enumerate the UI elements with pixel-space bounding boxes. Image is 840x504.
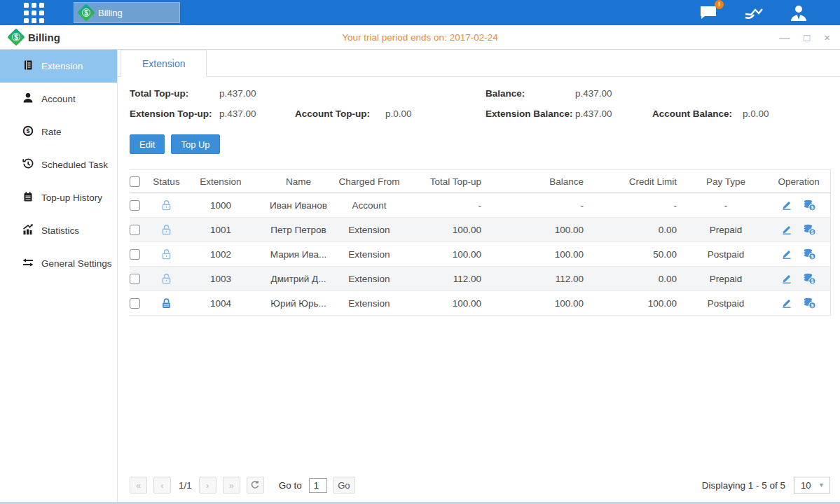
cell-extension: 1003 — [182, 267, 259, 291]
sidebar-item-top-up-history[interactable]: Top-up History — [0, 181, 117, 214]
cell-status — [151, 218, 182, 242]
edit-row-icon[interactable] — [781, 200, 792, 211]
row-checkbox[interactable] — [130, 274, 140, 284]
cell-credit-limit: - — [591, 193, 684, 218]
stats-icon — [22, 224, 34, 237]
table-row: 1001Петр ПетровExtension100.00100.000.00… — [130, 218, 830, 242]
col-credit-limit: Credit Limit — [591, 170, 684, 193]
statistics-chart-icon[interactable] — [743, 4, 764, 21]
top-up-button[interactable]: Top Up — [171, 134, 219, 154]
table-toolbar: Edit Top Up — [130, 134, 830, 154]
cell-operation: $ — [768, 242, 830, 267]
next-page-button[interactable]: › — [199, 477, 216, 493]
account-balance-value: p.0.00 — [743, 108, 830, 119]
status-unlocked-icon — [160, 273, 172, 285]
sidebar-item-extension[interactable]: Extension — [0, 50, 117, 83]
cell-extension: 1004 — [182, 291, 259, 316]
col-operation: Operation — [768, 170, 830, 193]
cell-status — [151, 193, 182, 218]
maximize-button[interactable]: □ — [804, 32, 810, 43]
goto-page-input[interactable] — [309, 478, 327, 493]
cell-total-topup: 100.00 — [401, 218, 488, 242]
account-topup-label: Account Top-up: — [295, 108, 385, 119]
page-size-select[interactable]: 10 ▼ — [794, 477, 830, 493]
cell-operation: $ — [768, 267, 830, 291]
edit-row-icon[interactable] — [781, 248, 792, 260]
window-titlebar: $ Billing Your trial period ends on: 201… — [0, 25, 840, 50]
content-panel: Extension Total Top-up: p.437.00 Balance… — [118, 50, 840, 502]
table-row: 1002Мария Ива...Extension100.00100.0050.… — [130, 242, 830, 267]
row-checkbox[interactable] — [130, 225, 140, 235]
cell-credit-limit: 0.00 — [591, 218, 684, 242]
sidebar-item-account[interactable]: Account — [0, 83, 117, 115]
sidebar-item-scheduled-task[interactable]: Scheduled Task — [0, 148, 117, 181]
pagination-bar: « ‹ 1/1 › » Go to Go Displaying 1 - 5 of… — [130, 470, 830, 502]
cell-total-topup: 100.00 — [401, 242, 488, 267]
select-all-checkbox[interactable] — [130, 176, 140, 187]
top-up-row-icon[interactable]: $ — [803, 200, 816, 211]
balance-label: Balance: — [486, 88, 575, 99]
cell-pay-type: - — [684, 193, 768, 218]
ledger-icon — [22, 59, 34, 73]
col-name: Name — [259, 170, 338, 193]
main-area: ExtensionAccount$RateScheduled TaskTop-u… — [0, 50, 840, 502]
page-size-value: 10 — [801, 480, 811, 491]
go-button[interactable]: Go — [333, 477, 355, 493]
tab-extension[interactable]: Extension — [121, 50, 207, 77]
taskbar-item-label: Billing — [98, 8, 123, 18]
cell-credit-limit: 0.00 — [591, 267, 684, 291]
edit-row-icon[interactable] — [781, 298, 792, 309]
history-icon — [22, 158, 34, 172]
edit-button[interactable]: Edit — [130, 134, 165, 154]
cell-credit-limit: 50.00 — [591, 242, 684, 267]
user-account-icon[interactable] — [790, 4, 808, 21]
top-up-row-icon[interactable]: $ — [803, 224, 816, 236]
status-unlocked-icon — [160, 248, 172, 260]
window-controls: — □ × — [779, 32, 830, 43]
window-app-icon: $ — [7, 28, 25, 46]
sidebar-item-label: Scheduled Task — [41, 160, 108, 170]
top-up-row-icon[interactable]: $ — [803, 298, 816, 309]
cell-pay-type: Prepaid — [684, 218, 768, 242]
svg-text:$: $ — [811, 302, 814, 308]
sidebar-item-rate[interactable]: $Rate — [0, 115, 117, 148]
sidebar-item-label: Statistics — [41, 225, 79, 236]
page-indicator: 1/1 — [179, 480, 192, 491]
refresh-button[interactable] — [247, 477, 264, 493]
last-page-button[interactable]: » — [223, 477, 240, 493]
cell-name: Мария Ива... — [259, 242, 338, 267]
balance-value: p.437.00 — [575, 88, 652, 99]
app-grid-icon[interactable] — [24, 3, 44, 23]
col-balance: Balance — [488, 170, 591, 193]
cell-name: Юрий Юрь... — [259, 291, 338, 316]
row-checkbox[interactable] — [130, 200, 140, 211]
close-button[interactable]: × — [824, 32, 830, 43]
top-up-row-icon[interactable]: $ — [803, 273, 816, 285]
cell-operation: $ — [768, 291, 830, 316]
table-row: 1003Дмитрий Д...Extension112.00112.000.0… — [130, 267, 830, 291]
sidebar-item-statistics[interactable]: Statistics — [0, 214, 117, 247]
displaying-label: Displaying 1 - 5 of 5 — [702, 480, 785, 491]
row-checkbox[interactable] — [130, 249, 140, 260]
window-title: Billing — [28, 31, 60, 43]
extension-balance-label: Extension Balance: — [486, 108, 575, 119]
top-up-row-icon[interactable]: $ — [803, 248, 816, 260]
prev-page-button[interactable]: ‹ — [153, 477, 171, 493]
content-body: Total Top-up: p.437.00 Balance: p.437.00… — [118, 77, 840, 502]
cell-balance: 112.00 — [488, 267, 591, 291]
taskbar-item-billing[interactable]: $ Billing — [74, 2, 180, 23]
tab-strip: Extension — [118, 50, 840, 77]
row-checkbox[interactable] — [130, 298, 140, 309]
col-total-topup: Total Top-up — [401, 170, 488, 193]
cell-operation: $ — [768, 193, 830, 218]
total-topup-value: p.437.00 — [219, 88, 295, 99]
first-page-button[interactable]: « — [130, 477, 147, 493]
dollar-circle-icon: $ — [22, 125, 34, 139]
cell-balance: 100.00 — [488, 242, 591, 267]
minimize-button[interactable]: — — [779, 32, 790, 43]
sidebar-item-general-settings[interactable]: General Settings — [0, 247, 117, 280]
notifications-icon[interactable]: ! — [698, 4, 718, 21]
edit-row-icon[interactable] — [781, 224, 792, 235]
cell-extension: 1001 — [182, 218, 259, 242]
edit-row-icon[interactable] — [781, 273, 792, 284]
